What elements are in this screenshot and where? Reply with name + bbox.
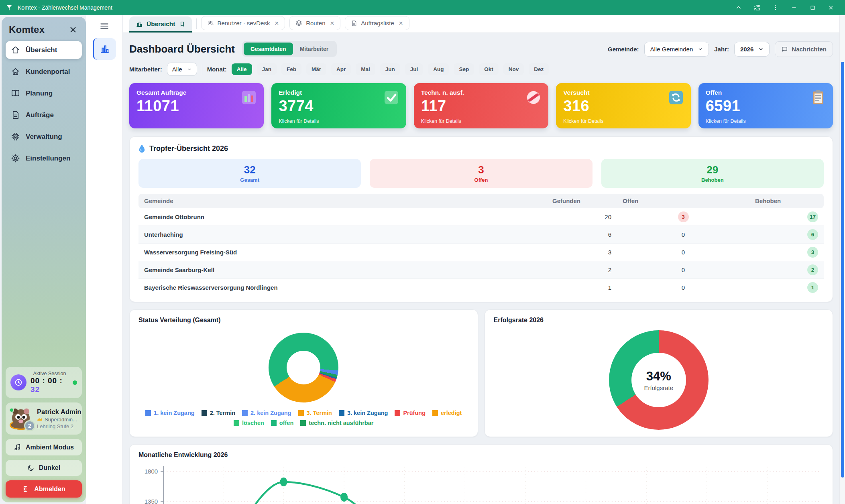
sidebar-item-uebersicht[interactable]: Übersicht bbox=[6, 41, 82, 59]
stat-card-erledigt[interactable]: Erledigt 3774 Klicken für Details bbox=[271, 83, 406, 128]
kebab-menu-icon[interactable] bbox=[766, 0, 785, 15]
bookmark-icon[interactable] bbox=[179, 21, 185, 27]
month-pill-apr[interactable]: Apr bbox=[331, 63, 351, 75]
stat-card-versucht[interactable]: Versucht 316 Klicken für Details bbox=[556, 83, 690, 128]
monthly-chart-title: Monatliche Entwicklung 2026 bbox=[138, 451, 824, 459]
data-point[interactable] bbox=[340, 493, 348, 502]
legend-item[interactable]: techn. nicht ausführbar bbox=[300, 420, 373, 426]
close-button[interactable] bbox=[822, 0, 840, 15]
scrollbar-thumb[interactable] bbox=[841, 62, 844, 478]
summary-gesamt: 32 Gesamt bbox=[138, 159, 361, 188]
month-pill-feb[interactable]: Feb bbox=[281, 63, 301, 75]
month-pill-mai[interactable]: Mai bbox=[356, 63, 375, 75]
stat-card-gesamt-auftraege[interactable]: Gesamt Aufträge 11071 bbox=[129, 83, 264, 128]
col-behoben: Behoben bbox=[749, 194, 824, 208]
gemeinde-dropdown[interactable]: Alle Gemeinden bbox=[644, 42, 709, 57]
behoben-badge: 1 bbox=[807, 282, 818, 293]
hamburger-menu-icon[interactable] bbox=[99, 20, 110, 32]
sidebar-item-planung[interactable]: Planung bbox=[6, 84, 82, 102]
sidebar-item-verwaltung[interactable]: Verwaltung bbox=[6, 128, 82, 146]
table-row[interactable]: Wasserversorgung Freising-Süd 3 0 3 bbox=[138, 244, 824, 261]
home-icon bbox=[11, 45, 20, 55]
month-pill-jun[interactable]: Jun bbox=[380, 63, 400, 75]
tab-routen[interactable]: Routen ✕ bbox=[289, 16, 340, 30]
month-pill-aug[interactable]: Aug bbox=[428, 63, 449, 75]
dashboard-header: Dashboard Übersicht Gesamtdaten Mitarbei… bbox=[129, 41, 833, 57]
chevron-up-icon[interactable] bbox=[729, 0, 748, 15]
nachrichten-button[interactable]: Nachrichten bbox=[775, 41, 833, 57]
rail-dashboard-icon[interactable] bbox=[93, 38, 116, 60]
sidebar-item-einstellungen[interactable]: Einstellungen bbox=[6, 149, 82, 167]
ambient-mode-button[interactable]: Ambient Modus bbox=[6, 439, 82, 455]
jahr-select[interactable]: 2026 bbox=[734, 42, 770, 57]
maximize-button[interactable] bbox=[803, 0, 822, 15]
tab-close-icon[interactable]: ✕ bbox=[274, 20, 279, 26]
y-tick-1350: 1350 bbox=[145, 498, 158, 504]
table-row[interactable]: Gemeinde Ottobrunn 20 3 17 bbox=[138, 208, 824, 226]
legend-item[interactable]: 3. Termin bbox=[298, 410, 332, 416]
tab-close-icon[interactable]: ✕ bbox=[330, 20, 335, 26]
tab-separator bbox=[196, 18, 197, 29]
legend-swatch bbox=[300, 420, 306, 426]
behoben-badge: 17 bbox=[807, 211, 818, 222]
data-point[interactable] bbox=[280, 478, 287, 486]
tab-benutzer-sevdesk[interactable]: Benutzer · sevDesk ✕ bbox=[201, 16, 285, 30]
stat-card-techn-n-ausf[interactable]: Techn. n. ausf. 117 Klicken für Details bbox=[414, 83, 548, 128]
stat-card-offen[interactable]: Offen 6591 Klicken für Details bbox=[698, 83, 833, 128]
month-pill-nov[interactable]: Nov bbox=[503, 63, 524, 75]
mitarbeiter-label: Mitarbeiter: bbox=[129, 66, 162, 73]
logout-button[interactable]: Abmelden bbox=[6, 480, 82, 498]
month-pill-alle[interactable]: Alle bbox=[232, 63, 252, 75]
data-scope-toggle: Gesamtdaten Mitarbeiter bbox=[242, 41, 337, 57]
legend-item[interactable]: 1. kein Zugang bbox=[145, 410, 195, 416]
month-pill-jul[interactable]: Jul bbox=[405, 63, 424, 75]
chip-icon bbox=[11, 132, 20, 141]
level-badge: 2 bbox=[24, 420, 35, 431]
status-verteilung-panel: Status Verteilung (Gesamt) 1. kein Zugan… bbox=[129, 309, 478, 437]
sidebar-close-icon[interactable] bbox=[67, 24, 79, 35]
sidebar-item-auftraege[interactable]: Aufträge bbox=[6, 106, 82, 124]
vertical-scrollbar[interactable] bbox=[839, 15, 845, 504]
legend-item[interactable]: 2. kein Zugang bbox=[242, 410, 291, 416]
table-row[interactable]: Unterhaching 6 0 6 bbox=[138, 226, 824, 244]
tropfer-panel: Tropfer-Übersicht 2026 32 Gesamt 3 Offen… bbox=[129, 136, 833, 302]
legend-item[interactable]: offen bbox=[271, 420, 293, 426]
tab-uebersicht[interactable]: Übersicht bbox=[129, 16, 192, 33]
line-chart[interactable]: 1800 1350 bbox=[138, 463, 824, 504]
tab-close-icon[interactable]: ✕ bbox=[399, 20, 403, 26]
toggle-mitarbeiter[interactable]: Mitarbeiter bbox=[293, 43, 336, 55]
month-pill-jan[interactable]: Jan bbox=[257, 63, 277, 75]
window-title: Komtex - Zählerwechsel Management bbox=[18, 4, 112, 11]
user-profile-card[interactable]: 2 Patrick Admin Superadmin... Lehrling S… bbox=[6, 402, 82, 435]
tab-auftragsliste[interactable]: Auftragsliste ✕ bbox=[345, 16, 409, 30]
sidebar-item-kundenportal[interactable]: Kundenportal bbox=[6, 63, 82, 81]
table-row[interactable]: Bayerische Rieswasserversorgung Nördling… bbox=[138, 279, 824, 297]
extensions-icon[interactable] bbox=[748, 0, 766, 15]
layers-icon bbox=[295, 20, 302, 26]
status-donut-chart[interactable] bbox=[269, 333, 338, 402]
titlebar-controls bbox=[729, 0, 840, 15]
month-pill-okt[interactable]: Okt bbox=[479, 63, 499, 75]
month-pill-mar[interactable]: Mär bbox=[306, 63, 326, 75]
dark-mode-button[interactable]: Dunkel bbox=[6, 460, 82, 476]
sidebar-item-label: Kundenportal bbox=[26, 68, 70, 76]
legend-item[interactable]: 3. kein Zugang bbox=[339, 410, 388, 416]
toggle-gesamtdaten[interactable]: Gesamtdaten bbox=[244, 43, 293, 55]
erfolgsrate-donut-chart[interactable]: 34% Erfolgsrate bbox=[609, 330, 709, 430]
user-level: Lehrling Stufe 2 bbox=[37, 423, 81, 429]
legend-item[interactable]: löschen bbox=[234, 420, 264, 426]
legend-item[interactable]: Prüfung bbox=[395, 410, 426, 416]
legend-item[interactable]: erledigt bbox=[432, 410, 462, 416]
gemeinde-label: Gemeinde: bbox=[608, 46, 639, 53]
tropfer-summary: 32 Gesamt 3 Offen 29 Behoben bbox=[138, 159, 824, 188]
status-chart-title: Status Verteilung (Gesamt) bbox=[138, 317, 469, 324]
month-pill-sep[interactable]: Sep bbox=[454, 63, 474, 75]
sidebar-nav: Übersicht Kundenportal Planung Aufträge … bbox=[6, 41, 82, 167]
table-row[interactable]: Gemeinde Saarburg-Kell 2 0 2 bbox=[138, 261, 824, 279]
summary-offen: 3 Offen bbox=[370, 159, 592, 188]
y-tick-1800: 1800 bbox=[145, 468, 158, 475]
minimize-button[interactable] bbox=[785, 0, 803, 15]
legend-item[interactable]: 2. Termin bbox=[202, 410, 235, 416]
mitarbeiter-dropdown[interactable]: Alle bbox=[167, 63, 197, 76]
month-pill-dez[interactable]: Dez bbox=[529, 63, 549, 75]
